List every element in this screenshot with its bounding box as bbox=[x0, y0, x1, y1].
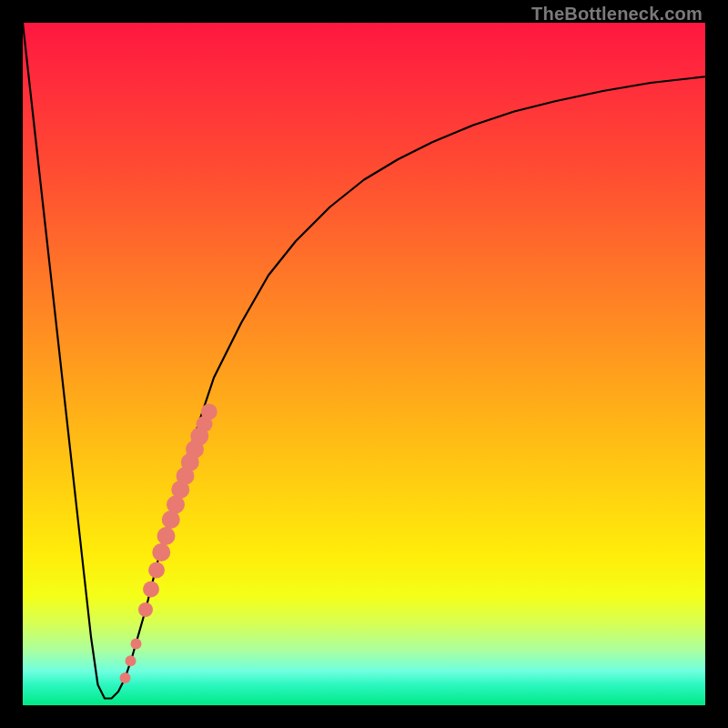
highlight-dot bbox=[201, 404, 217, 420]
highlight-dot bbox=[148, 562, 165, 579]
plot-area bbox=[23, 23, 705, 705]
highlight-dot bbox=[157, 527, 176, 545]
highlight-dot bbox=[138, 602, 153, 617]
chart-frame: TheBottleneck.com bbox=[0, 0, 728, 728]
highlight-markers bbox=[120, 404, 217, 684]
bottleneck-curve bbox=[23, 23, 705, 699]
highlight-dot bbox=[126, 655, 136, 666]
chart-svg bbox=[23, 23, 705, 705]
highlight-dot bbox=[143, 581, 159, 598]
watermark-text: TheBottleneck.com bbox=[531, 4, 703, 25]
highlight-dot bbox=[152, 543, 170, 561]
highlight-dot bbox=[120, 672, 131, 683]
highlight-dot bbox=[131, 639, 142, 650]
